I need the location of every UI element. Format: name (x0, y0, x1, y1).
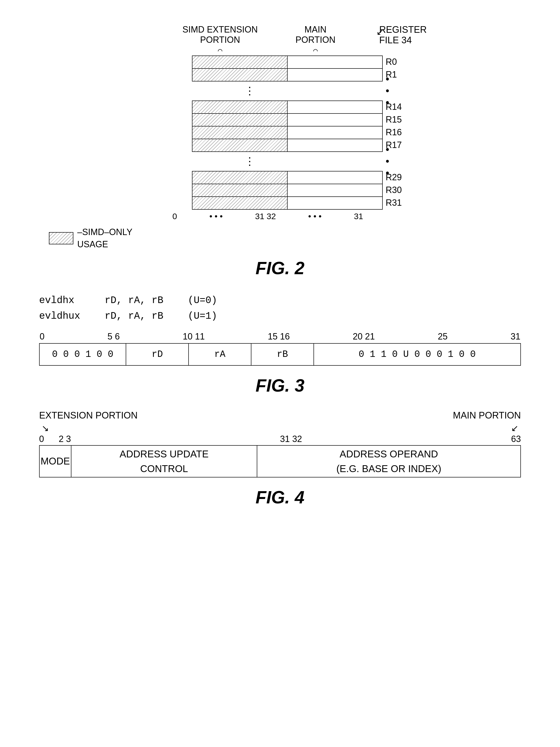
fig2-section: REGISTER FILE 34 ↙ SIMD EXTENSION PORTIO… (20, 24, 540, 278)
fig3-caption: FIG. 3 (39, 376, 521, 395)
fig3-instructions: evldhx evldhux rD, rA, rB rD, rA, rB (U=… (39, 293, 521, 324)
reg-label-r0: R0 (385, 55, 402, 68)
fig4-bit-numbers: 0 2 3 31 32 63 (39, 434, 521, 444)
fig3-mnemonic-col: evldhx evldhux (39, 293, 80, 324)
table-row (192, 126, 382, 139)
fig3-encoding-table: 0 0 0 1 0 0 rD rA rB 0 1 1 0 U 0 0 0 1 0… (39, 343, 521, 366)
table-row (192, 197, 382, 209)
reg-label-r31: R31 (385, 197, 402, 209)
fig2-table-wrapper: ⋮ (172, 55, 383, 210)
fig4-addr-operand-cell: ADDRESS OPERAND(E.G. BASE OR INDEX) (257, 445, 521, 477)
page: REGISTER FILE 34 ↙ SIMD EXTENSION PORTIO… (0, 0, 560, 747)
legend-row: –SIMD–ONLY USAGE (49, 226, 132, 251)
fig4-encoding-table: MODE ADDRESS UPDATECONTROL ADDRESS OPERA… (39, 445, 521, 478)
reg-label-r14: R14 (385, 101, 402, 113)
fig4-arrow-row: ↘ ↙ (39, 423, 521, 433)
reg-label-r29: R29 (385, 171, 402, 184)
fig3-cell-ext: 0 1 1 0 U 0 0 0 1 0 0 (314, 343, 521, 365)
fig4-arrow-right: ↙ (511, 423, 518, 433)
fig3-section: evldhx evldhux rD, rA, rB rD, rA, rB (U=… (20, 293, 540, 395)
simd-col-header: SIMD EXTENSION PORTION (172, 24, 268, 45)
fig3-cell-rd: rD (126, 343, 189, 365)
table-row (192, 171, 382, 184)
table-row-dots: ⋮ (192, 81, 382, 101)
fig2-diagram-row: ⋮ (158, 55, 427, 210)
reg-label-dots1: ••• (385, 81, 402, 101)
fig3-u-col: (U=0) (U=1) (188, 293, 217, 324)
fig2-bottom-labels: 0 • • • 31 32 • • • 31 (172, 212, 363, 221)
reg-label-dots2: ••• (385, 151, 402, 171)
register-name-labels: R0 R1 ••• R14 R15 R16 R17 ••• R29 R30 R3… (385, 55, 402, 209)
table-row: 0 0 0 1 0 0 rD rA rB 0 1 1 0 U 0 0 0 1 0… (39, 343, 521, 365)
table-row (192, 69, 382, 81)
register-file-label: REGISTER FILE 34 (379, 24, 427, 46)
fig3-operands-col: rD, rA, rB rD, rA, rB (105, 293, 163, 324)
reg-label-r15: R15 (385, 113, 402, 126)
table-row (192, 139, 382, 152)
legend-box (49, 232, 73, 244)
fig2-register-table: ⋮ (192, 55, 383, 210)
reg-label-r16: R16 (385, 126, 402, 139)
fig4-section: EXTENSION PORTION MAIN PORTION ↘ ↙ 0 2 3… (20, 410, 540, 507)
fig4-headers: EXTENSION PORTION MAIN PORTION (39, 410, 521, 421)
fig4-mode-cell: MODE (39, 445, 71, 477)
fig3-bit-positions: 0 5 6 10 11 15 16 20 21 25 31 (39, 331, 521, 342)
table-row: MODE ADDRESS UPDATECONTROL ADDRESS OPERA… (39, 445, 521, 477)
fig4-addr-update-cell: ADDRESS UPDATECONTROL (71, 445, 257, 477)
fig4-arrow-left: ↘ (42, 423, 49, 433)
fig3-cell-opcode: 0 0 0 1 0 0 (39, 343, 126, 365)
legend-text: –SIMD–ONLY USAGE (77, 226, 132, 251)
table-row-dots: ⋮ (192, 152, 382, 171)
table-row (192, 56, 382, 69)
table-row (192, 184, 382, 197)
fig3-cell-rb: rB (251, 343, 314, 365)
reg-label-r30: R30 (385, 184, 402, 197)
fig2-caption: FIG. 2 (256, 258, 304, 278)
fig4-caption: FIG. 4 (39, 487, 521, 507)
fig2-col-headers: SIMD EXTENSION PORTION MAIN PORTION (172, 24, 363, 45)
register-file-arrow: ↙ (376, 27, 384, 37)
fig2-braces: ⌒ ⌒ (172, 46, 363, 55)
main-col-header: MAIN PORTION (268, 24, 363, 45)
table-row (192, 113, 382, 126)
table-row (192, 101, 382, 113)
fig3-cell-ra: rA (189, 343, 251, 365)
